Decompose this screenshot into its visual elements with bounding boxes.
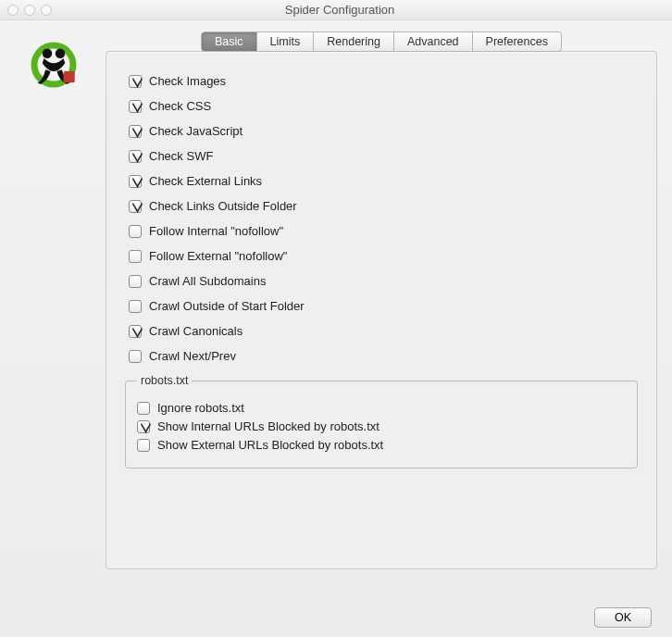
option-row: Check External Links — [129, 174, 634, 188]
option-row: Check Links Outside Folder — [129, 199, 634, 213]
tab-basic[interactable]: Basic — [201, 31, 257, 52]
option-row: Check JavaScript — [129, 124, 634, 138]
option-row: Follow Internal "nofollow" — [129, 224, 634, 238]
option-row: Check SWF — [129, 149, 634, 163]
option-row: Show Internal URLs Blocked by robots.txt — [137, 419, 626, 433]
checkbox[interactable] — [129, 225, 142, 238]
main: BasicLimitsRenderingAdvancedPreferences … — [106, 31, 657, 591]
option-label: Show Internal URLs Blocked by robots.txt — [157, 419, 380, 433]
checkbox[interactable] — [129, 75, 142, 88]
option-label: Follow External "nofollow" — [149, 249, 287, 263]
option-label: Check Links Outside Folder — [149, 199, 297, 213]
sidebar — [15, 31, 93, 591]
option-label: Check External Links — [149, 174, 262, 188]
ok-button[interactable]: OK — [594, 607, 652, 628]
close-icon[interactable] — [7, 5, 19, 16]
window-title: Spider Configuration — [52, 3, 628, 17]
checkbox[interactable] — [129, 100, 142, 113]
checkbox[interactable] — [129, 150, 142, 163]
option-label: Ignore robots.txt — [157, 401, 244, 415]
footer: OK — [0, 598, 672, 637]
tab-bar: BasicLimitsRenderingAdvancedPreferences — [106, 31, 657, 52]
zoom-icon[interactable] — [41, 5, 52, 16]
minimize-icon[interactable] — [24, 5, 35, 16]
option-row: Show External URLs Blocked by robots.txt — [137, 438, 626, 452]
option-row: Crawl Outside of Start Folder — [129, 299, 634, 313]
option-label: Crawl Next/Prev — [149, 349, 236, 363]
option-row: Crawl Canonicals — [129, 324, 634, 338]
option-row: Crawl Next/Prev — [129, 349, 634, 363]
checkbox[interactable] — [137, 439, 150, 452]
option-row: Follow External "nofollow" — [129, 249, 634, 263]
option-label: Crawl Outside of Start Folder — [149, 299, 305, 313]
option-label: Follow Internal "nofollow" — [149, 224, 283, 238]
tab-advanced[interactable]: Advanced — [394, 31, 473, 52]
robots-fieldset: robots.txt Ignore robots.txtShow Interna… — [125, 374, 638, 468]
tab-rendering[interactable]: Rendering — [314, 31, 394, 52]
checkbox[interactable] — [129, 250, 142, 263]
option-label: Check SWF — [149, 149, 213, 163]
option-label: Crawl All Subdomains — [149, 274, 266, 288]
options-list: Check ImagesCheck CSSCheck JavaScriptChe… — [125, 70, 638, 372]
checkbox[interactable] — [137, 402, 150, 415]
option-label: Check CSS — [149, 99, 211, 113]
option-row: Check Images — [129, 74, 634, 88]
titlebar: Spider Configuration — [0, 0, 672, 20]
option-row: Crawl All Subdomains — [129, 274, 634, 288]
checkbox[interactable] — [129, 175, 142, 188]
option-row: Ignore robots.txt — [137, 401, 626, 415]
tab-preferences[interactable]: Preferences — [473, 31, 562, 52]
option-label: Check JavaScript — [149, 124, 243, 138]
checkbox[interactable] — [129, 275, 142, 288]
frog-logo-icon — [28, 39, 80, 91]
content: BasicLimitsRenderingAdvancedPreferences … — [0, 20, 672, 598]
option-label: Crawl Canonicals — [149, 324, 243, 338]
option-row: Check CSS — [129, 99, 634, 113]
tab-limits[interactable]: Limits — [257, 31, 315, 52]
option-label: Show External URLs Blocked by robots.txt — [157, 438, 383, 452]
svg-point-2 — [43, 49, 53, 59]
option-label: Check Images — [149, 74, 226, 88]
robots-options-list: Ignore robots.txtShow Internal URLs Bloc… — [137, 401, 626, 452]
checkbox[interactable] — [137, 420, 150, 433]
robots-legend: robots.txt — [137, 374, 192, 387]
basic-panel: Check ImagesCheck CSSCheck JavaScriptChe… — [106, 51, 657, 569]
checkbox[interactable] — [129, 325, 142, 338]
checkbox[interactable] — [129, 350, 142, 363]
window: Spider Configuration BasicLimitsRenderin… — [0, 0, 672, 637]
checkbox[interactable] — [129, 125, 142, 138]
traffic-lights — [7, 5, 52, 16]
checkbox[interactable] — [129, 300, 142, 313]
svg-rect-4 — [64, 71, 75, 82]
checkbox[interactable] — [129, 200, 142, 213]
svg-point-3 — [56, 49, 66, 59]
